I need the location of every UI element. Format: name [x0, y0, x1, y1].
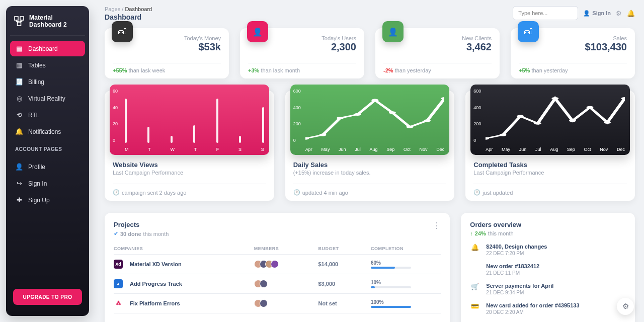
- table-row[interactable]: ▲ Add Progress Track $3,000 10%: [114, 274, 441, 294]
- chart-card: 6004002000 AprMayJunJulAugSepOctNovDec C…: [465, 91, 635, 201]
- chart-card: 6004002000 AprMayJunJulAugSepOctNovDec D…: [285, 91, 455, 201]
- projects-subtitle: ✔ 30 done this month: [114, 230, 169, 237]
- chart-subtitle: Last Campaign Performance: [473, 170, 627, 176]
- svg-point-17: [569, 119, 576, 122]
- chart-plot: [305, 90, 445, 143]
- chart-surface: 6004002000 AprMayJunJulAugSepOctNovDec: [290, 85, 450, 155]
- timeline-title: New card added for order #4395133: [486, 302, 579, 308]
- stat-delta: +5%: [519, 67, 530, 73]
- company-name: Material XD Version: [130, 261, 182, 267]
- sidebar-item-rtl[interactable]: ⟲RTL: [10, 107, 85, 123]
- member-avatars: [254, 260, 318, 268]
- chart-yaxis: 6004002000: [293, 89, 301, 143]
- primary-nav: ▤Dashboard▦Tables🧾Billing◎Virtual Realit…: [10, 41, 85, 139]
- chart-title: Website Views: [113, 161, 266, 169]
- projects-header-row: COMPANIES MEMBERS BUDGET COMPLETION: [114, 246, 441, 255]
- notifications-icon[interactable]: 🔔: [627, 10, 635, 17]
- svg-point-15: [534, 122, 541, 124]
- table-row[interactable]: Xd Material XD Version $14,000 60%: [114, 255, 441, 274]
- stat-card: 🛋 Sales $103,430 +5% than yesterday: [511, 28, 635, 78]
- company-logo-icon: Xd: [114, 260, 123, 269]
- stat-row: 🛋 Today's Money $53k +55% than lask week…: [105, 28, 635, 78]
- sidebar-item-sign-in[interactable]: ↪Sign In: [10, 176, 85, 191]
- svg-point-9: [406, 126, 413, 128]
- timeline-time: 22 DEC 7:20 PM: [486, 251, 547, 256]
- stat-card: 👤 Today's Users 2,300 +3% than lask mont…: [240, 28, 364, 78]
- signin-link[interactable]: 👤 Sign In: [583, 10, 611, 17]
- chart-card: 6040200 MTWTFSS Website Views Last Campa…: [105, 91, 274, 201]
- clock-icon: 🕑: [113, 189, 120, 196]
- stat-value: 2,300: [248, 41, 356, 53]
- timeline-icon: [470, 263, 480, 276]
- lower-row: Projects ✔ 30 done this month ⋮ COMPANIE…: [105, 213, 635, 322]
- stat-icon: 🛋: [518, 21, 539, 42]
- progress-bar: [371, 306, 411, 308]
- nav-item-label: Dashboard: [28, 45, 58, 52]
- settings-fab[interactable]: ⚙: [617, 298, 634, 315]
- svg-point-16: [552, 97, 559, 100]
- orders-card: Orders overview ↑ 24% this month 🔔 $2400…: [461, 213, 635, 322]
- avatar: [271, 260, 279, 268]
- budget-value: $3,000: [318, 281, 371, 287]
- nav-item-label: Tables: [28, 62, 46, 69]
- completion-cell: 10%: [371, 280, 441, 288]
- member-avatars: [254, 280, 318, 288]
- brand-name: Material Dashboard 2: [29, 14, 81, 28]
- sidebar-item-dashboard[interactable]: ▤Dashboard: [10, 41, 85, 56]
- projects-title: Projects: [114, 221, 169, 228]
- sidebar-item-notifications[interactable]: 🔔Notifications: [10, 124, 85, 139]
- chart-footer: 🕑updated 4 min ago: [293, 184, 447, 201]
- timeline-title: New order #1832412: [486, 263, 539, 269]
- col-completion: COMPLETION: [371, 246, 441, 251]
- sidebar-item-virtual-reality[interactable]: ◎Virtual Reality: [10, 91, 85, 106]
- stat-icon: 🛋: [112, 21, 133, 42]
- progress-bar: [371, 267, 411, 269]
- chart-xaxis: AprMayJunJulAugSepOctNovDec: [305, 147, 445, 152]
- nav-item-label: Sign In: [28, 180, 47, 187]
- svg-point-7: [371, 99, 378, 102]
- sidebar-item-sign-up[interactable]: ✚Sign Up: [10, 192, 85, 208]
- svg-point-11: [441, 97, 444, 100]
- col-companies: COMPANIES: [114, 246, 254, 251]
- stat-period: than yesterday: [395, 67, 431, 73]
- chart-plot: [486, 90, 625, 143]
- chart-title: Daily Sales: [293, 161, 447, 169]
- chart-surface: 6004002000 AprMayJunJulAugSepOctNovDec: [470, 85, 630, 155]
- orders-subtitle: ↑ 24% this month: [470, 230, 626, 236]
- chart-title: Completed Tasks: [473, 161, 627, 169]
- table-row[interactable]: ⁂ Fix Platform Errors Not set 100%: [114, 294, 441, 313]
- upgrade-button[interactable]: UPGRADE TO PRO: [13, 289, 82, 305]
- sidebar: Material Dashboard 2 ▤Dashboard▦Tables🧾B…: [6, 6, 89, 316]
- sidebar-item-tables[interactable]: ▦Tables: [10, 57, 85, 73]
- stat-icon: 👤: [382, 21, 404, 42]
- col-members: MEMBERS: [254, 246, 318, 251]
- company-name: Add Progress Track: [130, 281, 182, 287]
- col-budget: BUDGET: [318, 246, 371, 251]
- search-input[interactable]: Type here...: [513, 6, 578, 20]
- chart-footer: 🕑campaign sent 2 days ago: [113, 184, 266, 201]
- member-avatars: [254, 299, 318, 307]
- chart-yaxis: 6004002000: [473, 89, 481, 143]
- clock-icon: 🕑: [293, 189, 300, 196]
- nav-item-icon: 🔔: [15, 128, 23, 135]
- sidebar-item-profile[interactable]: 👤Profile: [10, 159, 85, 175]
- timeline-icon: 💳: [470, 302, 480, 315]
- sidebar-item-billing[interactable]: 🧾Billing: [10, 74, 85, 90]
- chart-plot: [125, 90, 264, 143]
- crumb-root[interactable]: Pages: [105, 6, 120, 12]
- section-label-account: ACCOUNT PAGES: [15, 146, 85, 152]
- svg-point-4: [319, 133, 326, 136]
- topbar-tools: Type here... 👤 Sign In ⚙ 🔔: [513, 6, 635, 20]
- svg-point-14: [517, 115, 524, 117]
- topbar: Pages / Dashboard Dashboard Type here...…: [105, 6, 635, 21]
- timeline-time: 21 DEC 9:34 PM: [486, 290, 553, 295]
- stat-footer: +3% than lask month: [248, 63, 356, 73]
- timeline-item: 🔔 $2400, Design changes 22 DEC 7:20 PM: [470, 244, 626, 256]
- nav-item-label: Notifications: [28, 128, 61, 135]
- more-icon[interactable]: ⋮: [433, 221, 441, 237]
- avatar: [260, 280, 268, 288]
- nav-item-label: RTL: [28, 112, 39, 119]
- stat-card: 👤 New Clients 3,462 -2% than yesterday: [375, 28, 500, 78]
- settings-icon[interactable]: ⚙: [616, 10, 622, 17]
- nav-item-icon: ▦: [15, 61, 23, 69]
